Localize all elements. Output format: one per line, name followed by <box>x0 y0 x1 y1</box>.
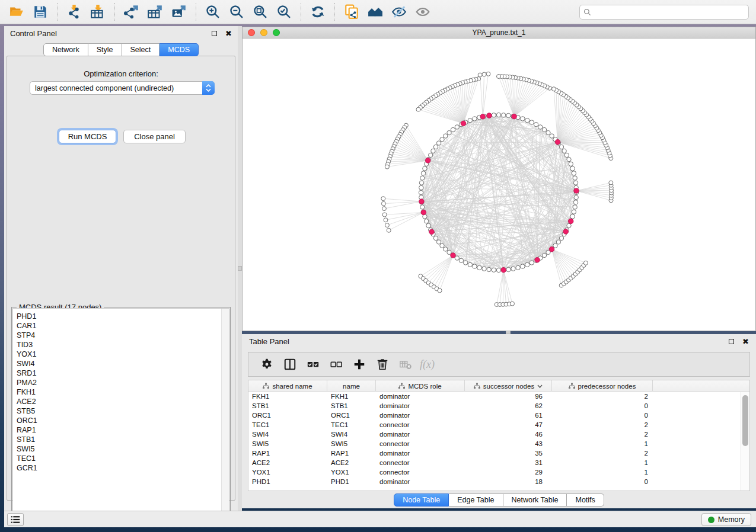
table-cell: dominator <box>376 401 465 411</box>
split-view-button[interactable] <box>281 355 299 373</box>
zoom-selected-button[interactable] <box>272 2 296 22</box>
duplicate-network-button[interactable] <box>340 2 363 22</box>
mcds-result-item[interactable]: FKH1 <box>13 387 229 397</box>
mcds-result-list[interactable]: PHD1CAR1STP4TID3YOX1SWI4SRD1PMA2FKH1ACE2… <box>12 308 229 525</box>
mcds-result-item[interactable]: YOX1 <box>13 350 229 359</box>
mcds-list-scrollbar[interactable] <box>221 309 229 525</box>
tab-select[interactable]: Select <box>122 43 160 56</box>
table-cell: 0 <box>552 411 653 420</box>
zoom-out-button[interactable] <box>225 2 248 22</box>
deselect-all-button[interactable] <box>327 355 345 373</box>
mcds-result-item[interactable]: GCR1 <box>13 463 229 473</box>
column-header-name[interactable]: name <box>327 380 376 392</box>
select-all-button[interactable] <box>304 355 322 373</box>
mcds-result-item[interactable]: TID3 <box>13 340 229 350</box>
tab-network[interactable]: Network <box>43 43 88 56</box>
mcds-result-item[interactable]: STB5 <box>13 406 229 416</box>
search-field[interactable] <box>579 5 749 20</box>
float-table-panel-icon[interactable] <box>729 339 734 344</box>
table-row[interactable]: RAP1RAP1dominator352 <box>248 448 749 458</box>
table-row[interactable]: ORC1ORC1dominator610 <box>248 411 749 420</box>
zoom-fit-button[interactable] <box>248 2 272 22</box>
import-table-button[interactable] <box>86 2 110 22</box>
mcds-result-item[interactable]: SWI4 <box>13 359 229 368</box>
mcds-result-item[interactable]: ORC1 <box>13 416 229 425</box>
table-cell: 1 <box>552 458 653 467</box>
table-cell: FKH1 <box>327 392 376 401</box>
criterion-dropdown[interactable]: largest connected component (undirected) <box>30 81 215 95</box>
delete-column-button[interactable] <box>374 355 391 373</box>
tab-node-table[interactable]: Node Table <box>394 493 449 507</box>
mcds-result-item[interactable]: CAR1 <box>13 321 229 331</box>
table-row[interactable]: FKH1FKH1dominator962 <box>248 392 749 401</box>
node-table[interactable]: shared namenameMCDS rolesuccessor nodesp… <box>248 380 750 491</box>
add-column-button[interactable] <box>350 355 368 373</box>
hide-selected-button[interactable] <box>387 2 411 22</box>
table-row[interactable]: TEC1TEC1connector472 <box>248 420 749 430</box>
mcds-result-item[interactable]: STP4 <box>13 331 229 340</box>
network-window-title: YPA_prune.txt_1 <box>243 28 755 37</box>
mcds-result-item[interactable]: SRD1 <box>13 368 229 378</box>
network-canvas[interactable] <box>243 39 755 331</box>
table-row[interactable]: STB1STB1dominator620 <box>248 401 749 411</box>
column-header-predecessor-nodes[interactable]: predecessor nodes <box>552 380 653 392</box>
tab-style[interactable]: Style <box>88 43 122 56</box>
delete-table-button[interactable] <box>397 355 414 373</box>
import-network-button[interactable] <box>62 2 86 22</box>
mcds-result-item[interactable]: TEC1 <box>13 454 229 463</box>
mcds-result-item[interactable]: PMA2 <box>13 378 229 387</box>
table-cell: 0 <box>552 401 653 411</box>
open-folder-button[interactable] <box>5 2 28 22</box>
close-panel-button[interactable]: Close panel <box>123 130 186 143</box>
table-row[interactable]: SWI5SWI5connector431 <box>248 439 749 448</box>
mcds-result-item[interactable]: RAP1 <box>13 425 229 435</box>
splitter-handle[interactable] <box>238 266 242 271</box>
memory-button[interactable]: Memory <box>701 513 751 526</box>
mcds-result-item[interactable]: SWI5 <box>13 444 229 454</box>
table-scrollbar[interactable] <box>741 392 749 491</box>
settings-button[interactable] <box>258 355 276 373</box>
tab-edge-table[interactable]: Edge Table <box>449 493 503 507</box>
table-cell: SWI5 <box>327 439 376 448</box>
refresh-button[interactable] <box>306 2 330 22</box>
table-cell: connector <box>376 467 465 477</box>
show-all-button[interactable] <box>411 2 435 22</box>
table-row[interactable]: SWI4SWI4dominator462 <box>248 430 749 439</box>
close-table-panel-icon[interactable]: ✖ <box>742 338 749 345</box>
attribute-icon <box>474 383 480 389</box>
mcds-result-item[interactable]: PHD1 <box>13 309 229 321</box>
mcds-result-item[interactable]: STB1 <box>13 435 229 444</box>
mcds-result-item[interactable]: ACE2 <box>13 397 229 406</box>
table-row[interactable]: ACE2ACE2connector311 <box>248 458 749 467</box>
column-header-MCDS-role[interactable]: MCDS role <box>376 380 465 392</box>
zoom-in-button[interactable] <box>201 2 225 22</box>
export-network-button[interactable] <box>120 2 143 22</box>
panel-menu-button[interactable] <box>7 513 24 526</box>
table-cell: dominator <box>376 477 465 486</box>
export-image-button[interactable] <box>167 2 191 22</box>
table-cell: 47 <box>465 420 552 430</box>
tab-motifs[interactable]: Motifs <box>567 493 604 507</box>
table-cell: PHD1 <box>248 477 327 486</box>
vertical-splitter[interactable] <box>238 26 242 511</box>
tab-network-table[interactable]: Network Table <box>503 493 567 507</box>
table-scrollbar-thumb[interactable] <box>742 395 748 446</box>
export-network-icon <box>124 4 139 20</box>
column-header-successor-nodes[interactable]: successor nodes <box>465 380 552 392</box>
tab-mcds[interactable]: MCDS <box>160 43 199 56</box>
float-panel-icon[interactable] <box>212 31 217 36</box>
table-cell: dominator <box>376 392 465 401</box>
network-view-window: YPA_prune.txt_1 <box>242 27 756 331</box>
column-header-shared-name[interactable]: shared name <box>248 380 327 392</box>
home-button[interactable] <box>363 2 387 22</box>
table-row[interactable]: YOX1YOX1connector291 <box>248 467 749 477</box>
search-input[interactable] <box>591 7 748 18</box>
table-header-row: shared namenameMCDS rolesuccessor nodesp… <box>248 380 749 392</box>
table-row[interactable]: PHD1PHD1dominator180 <box>248 477 749 486</box>
run-mcds-button[interactable]: Run MCDS <box>59 130 116 143</box>
export-table-button[interactable] <box>143 2 167 22</box>
close-panel-icon[interactable]: ✖ <box>225 30 232 37</box>
export-image-icon <box>171 4 187 20</box>
table-cell: PHD1 <box>327 477 376 486</box>
save-button[interactable] <box>28 2 52 22</box>
